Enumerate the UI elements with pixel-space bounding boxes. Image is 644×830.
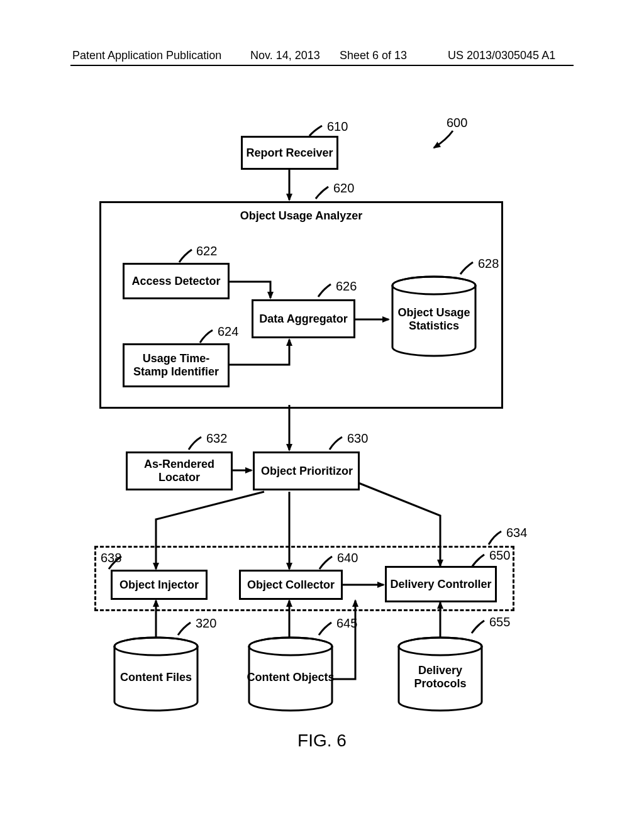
label-content-objects: Content Objects	[247, 636, 335, 712]
block-object-injector: Object Injector	[111, 570, 208, 600]
ref-632: 632	[206, 431, 227, 446]
ref-645: 645	[336, 616, 357, 631]
ref-320: 320	[196, 616, 216, 631]
label-content-files: Content Files	[112, 636, 200, 712]
db-object-usage-statistics: Object Usage Statistics	[390, 275, 478, 357]
ref-610: 610	[327, 119, 348, 134]
block-report-receiver: Report Receiver	[241, 136, 338, 170]
block-object-prioritizor: Object Prioritizor	[253, 451, 360, 490]
ref-640: 640	[337, 551, 358, 565]
figure-6-diagram: Report Receiver 610 600 Object Usage Ana…	[0, 0, 644, 830]
block-as-rendered-locator: As-Rendered Locator	[126, 451, 233, 490]
block-delivery-controller: Delivery Controller	[385, 566, 497, 602]
ref-628: 628	[478, 257, 499, 271]
block-usage-time-stamp-identifier: Usage Time-Stamp Identifier	[123, 343, 230, 387]
db-content-files: Content Files	[112, 636, 200, 712]
ref-650: 650	[489, 548, 510, 563]
label-object-usage-statistics: Object Usage Statistics	[390, 275, 478, 357]
db-content-objects: Content Objects	[247, 636, 335, 712]
ref-626: 626	[336, 279, 357, 294]
ref-630: 630	[347, 431, 368, 446]
label-object-usage-analyzer: Object Usage Analyzer	[101, 209, 501, 223]
ref-600: 600	[447, 116, 467, 130]
label-delivery-protocols: Delivery Protocols	[396, 636, 484, 712]
ref-624: 624	[218, 324, 238, 339]
db-delivery-protocols: Delivery Protocols	[396, 636, 484, 712]
block-object-collector: Object Collector	[239, 570, 343, 600]
figure-caption: FIG. 6	[0, 731, 644, 751]
ref-638: 638	[101, 551, 121, 565]
ref-622: 622	[196, 244, 217, 258]
ref-634: 634	[506, 526, 527, 540]
ref-655: 655	[489, 615, 510, 629]
block-access-detector: Access Detector	[123, 263, 230, 299]
block-data-aggregator: Data Aggregator	[252, 299, 355, 338]
ref-620: 620	[333, 181, 354, 196]
